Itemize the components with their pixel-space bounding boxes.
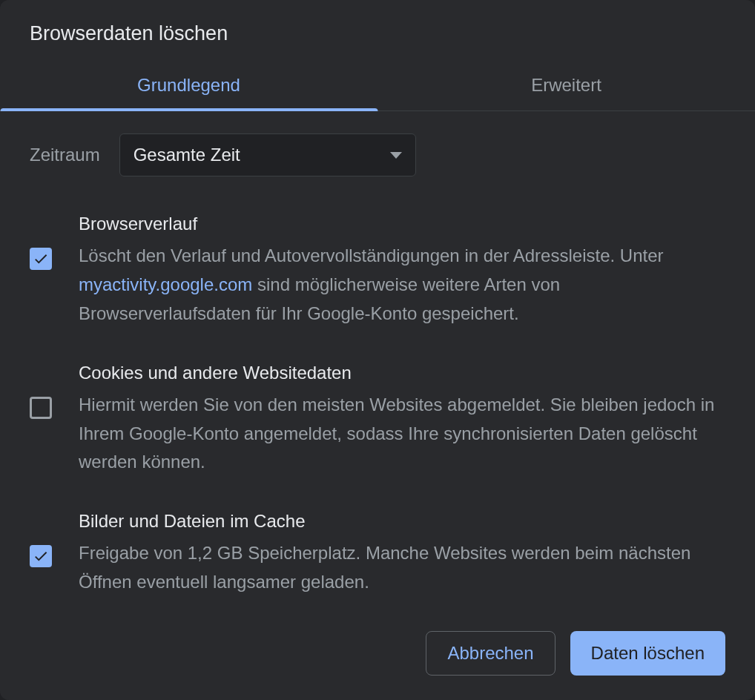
dialog-footer: Abbrechen Daten löschen: [0, 631, 755, 700]
clear-data-button[interactable]: Daten löschen: [570, 631, 725, 676]
option-title: Browserverlauf: [79, 214, 725, 234]
option-cookies: Cookies und andere Websitedaten Hiermit …: [30, 363, 725, 478]
checkbox-cookies[interactable]: [30, 397, 52, 419]
option-desc: Löscht den Verlauf und Autovervollständi…: [79, 242, 725, 328]
time-range-row: Zeitraum Gesamte Zeit: [30, 133, 725, 176]
checkbox-cache[interactable]: [30, 545, 52, 567]
option-desc: Freigabe von 1,2 GB Speicherplatz. Manch…: [79, 539, 725, 597]
option-text: Browserverlauf Löscht den Verlauf und Au…: [79, 214, 725, 328]
dialog-title: Browserdaten löschen: [0, 0, 755, 62]
tab-advanced-label: Erweitert: [531, 75, 601, 95]
cancel-button[interactable]: Abbrechen: [426, 631, 555, 676]
check-icon: [33, 251, 49, 267]
option-browsing-history: Browserverlauf Löscht den Verlauf und Au…: [30, 214, 725, 328]
time-range-select[interactable]: Gesamte Zeit: [119, 133, 416, 176]
tabs: Grundlegend Erweitert: [0, 62, 755, 111]
tab-basic[interactable]: Grundlegend: [0, 62, 378, 110]
option-text: Bilder und Dateien im Cache Freigabe von…: [79, 511, 725, 597]
check-icon: [33, 548, 49, 564]
myactivity-link[interactable]: myactivity.google.com: [79, 274, 252, 294]
desc-before: Löscht den Verlauf und Autovervollständi…: [79, 245, 664, 265]
tab-advanced[interactable]: Erweitert: [378, 62, 755, 110]
option-title: Bilder und Dateien im Cache: [79, 511, 725, 532]
option-title: Cookies und andere Websitedaten: [79, 363, 725, 383]
option-cache: Bilder und Dateien im Cache Freigabe von…: [30, 511, 725, 597]
tab-basic-label: Grundlegend: [137, 75, 240, 95]
checkbox-browsing-history[interactable]: [30, 248, 52, 270]
time-range-label: Zeitraum: [30, 145, 100, 165]
time-range-value: Gesamte Zeit: [133, 145, 240, 165]
clear-browsing-data-dialog: Browserdaten löschen Grundlegend Erweite…: [0, 0, 755, 700]
option-text: Cookies und andere Websitedaten Hiermit …: [79, 363, 725, 478]
option-desc: Hiermit werden Sie von den meisten Websi…: [79, 391, 725, 478]
chevron-down-icon: [390, 152, 402, 159]
dialog-content: Zeitraum Gesamte Zeit Browserverlauf Lös…: [0, 111, 755, 631]
